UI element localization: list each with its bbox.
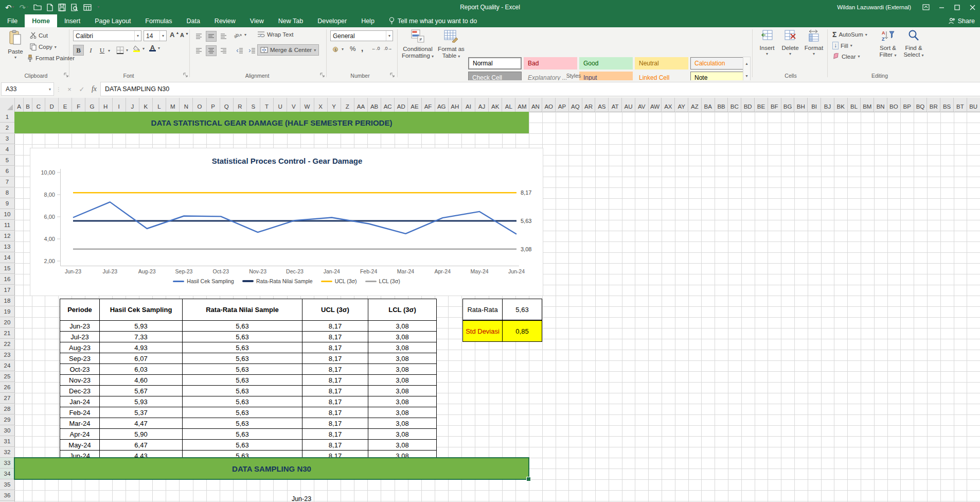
font-dialog-launcher[interactable] <box>183 73 188 78</box>
row-header-21[interactable]: 21 <box>0 328 14 339</box>
column-header-AW[interactable]: AW <box>649 98 662 112</box>
fill-color-button[interactable]: ▾ <box>133 45 145 52</box>
spc-data-cell[interactable]: 8,17 <box>302 407 368 418</box>
spc-data-cell[interactable]: Mar-24 <box>60 418 100 429</box>
spc-data-cell[interactable]: 6,07 <box>100 353 183 364</box>
spc-data-cell[interactable]: 3,08 <box>368 440 437 451</box>
spc-data-cell[interactable]: 8,17 <box>302 342 368 353</box>
spc-data-cell[interactable]: 8,17 <box>302 364 368 375</box>
table-row[interactable]: Jul-237,335,638,173,08 <box>60 332 437 342</box>
column-header-AX[interactable]: AX <box>662 98 675 112</box>
spc-data-cell[interactable]: 5,63 <box>183 396 302 407</box>
table-row[interactable]: Jun-235,935,638,173,08 <box>60 321 437 332</box>
row-header-30[interactable]: 30 <box>0 425 14 436</box>
find-select-button[interactable]: Find & Select ▾ <box>901 29 926 59</box>
column-header-BL[interactable]: BL <box>848 98 861 112</box>
table-row[interactable]: Aug-234,935,638,173,08 <box>60 342 437 353</box>
column-header-BI[interactable]: BI <box>808 98 821 112</box>
spc-data-cell[interactable]: 5,37 <box>100 407 183 418</box>
spc-data-cell[interactable]: 5,63 <box>183 407 302 418</box>
column-header-BB[interactable]: BB <box>715 98 728 112</box>
table-row[interactable]: Jan-245,935,638,173,08 <box>60 396 437 407</box>
row-header-13[interactable]: 13 <box>0 241 14 252</box>
row-header-16[interactable]: 16 <box>0 274 14 285</box>
column-header-BF[interactable]: BF <box>768 98 781 112</box>
qat-customize-button[interactable]: ▾ <box>97 5 99 9</box>
spc-data-cell[interactable]: 5,63 <box>183 332 302 342</box>
column-header-AQ[interactable]: AQ <box>569 98 582 112</box>
row-header-5[interactable]: 5 <box>0 155 14 166</box>
table-row[interactable]: Oct-236,035,638,173,08 <box>60 364 437 375</box>
percent-style-button[interactable]: % <box>350 45 356 53</box>
title-banner-cell[interactable]: DATA STATISTICAL GEAR DAMAGE (HALF SEMES… <box>14 112 529 133</box>
column-header-BK[interactable]: BK <box>834 98 848 112</box>
column-header-BJ[interactable]: BJ <box>821 98 834 112</box>
column-header-BR[interactable]: BR <box>927 98 940 112</box>
column-header-R[interactable]: R <box>234 98 247 112</box>
column-header-S[interactable]: S <box>247 98 260 112</box>
column-header-K[interactable]: K <box>139 98 153 112</box>
column-header-B[interactable]: B <box>24 98 32 112</box>
column-header-BT[interactable]: BT <box>954 98 967 112</box>
delete-cells-button[interactable]: Delete ▾ <box>779 29 801 57</box>
std-deviasi-value[interactable]: 0,85 <box>502 320 542 342</box>
row-header-23[interactable]: 23 <box>0 350 14 360</box>
column-header-O[interactable]: O <box>193 98 206 112</box>
italic-button[interactable]: I <box>85 45 96 56</box>
format-as-table-button[interactable]: Format as Table ▾ <box>436 29 466 60</box>
row-header-27[interactable]: 27 <box>0 393 14 404</box>
column-header-BO[interactable]: BO <box>887 98 901 112</box>
row-header-14[interactable]: 14 <box>0 252 14 263</box>
table-row[interactable]: Feb-245,375,638,173,08 <box>60 407 437 418</box>
redo-button[interactable]: ↷▾ <box>20 4 29 11</box>
spc-data-cell[interactable]: Jan-24 <box>60 396 100 407</box>
std-deviasi-box[interactable]: Std Deviasi 0,85 <box>462 320 542 342</box>
spc-data-cell[interactable]: 5,63 <box>183 429 302 440</box>
column-header-D[interactable]: D <box>45 98 59 112</box>
spc-data-cell[interactable]: Nov-23 <box>60 375 100 386</box>
column-header-AK[interactable]: AK <box>489 98 502 112</box>
tab-data[interactable]: Data <box>179 14 207 27</box>
grow-font-button[interactable]: A▲ <box>170 31 179 39</box>
rata-rata-box[interactable]: Rata-Rata 5,63 <box>462 299 542 320</box>
column-header-AY[interactable]: AY <box>675 98 688 112</box>
column-header-I[interactable]: I <box>113 98 126 112</box>
column-header-C[interactable]: C <box>32 98 45 112</box>
cancel-button[interactable]: × <box>63 85 76 93</box>
name-box[interactable]: A33 ▾ <box>1 82 54 96</box>
row-header-3[interactable]: 3 <box>0 133 14 144</box>
spc-chart[interactable]: Statistical Proces Control - Gear Damage… <box>30 148 543 296</box>
spc-data-cell[interactable]: 5,63 <box>183 364 302 375</box>
row-header-18[interactable]: 18 <box>0 296 14 306</box>
column-header-AJ[interactable]: AJ <box>475 98 489 112</box>
insert-function-button[interactable]: fx <box>88 85 100 93</box>
account-name[interactable]: Wildan Lazuwardi (External) <box>837 4 911 10</box>
clipboard-dialog-launcher[interactable] <box>64 73 68 78</box>
sampling-banner-cell[interactable]: DATA SAMPLING N30 <box>14 458 529 479</box>
tab-insert[interactable]: Insert <box>57 14 87 27</box>
table-row[interactable]: May-246,475,638,173,08 <box>60 440 437 451</box>
tab-developer[interactable]: Developer <box>310 14 354 27</box>
spc-data-cell[interactable]: 8,17 <box>302 429 368 440</box>
font-family-combo[interactable]: Calibri▾ <box>73 30 141 41</box>
rata-rata-value[interactable]: 5,63 <box>502 299 542 320</box>
tab-view[interactable]: View <box>243 14 271 27</box>
spc-data-cell[interactable]: 8,17 <box>302 353 368 364</box>
column-header-P[interactable]: P <box>207 98 220 112</box>
top-align-button[interactable] <box>193 31 204 42</box>
row-header-4[interactable]: 4 <box>0 144 14 155</box>
spc-data-cell[interactable]: 3,08 <box>368 332 437 342</box>
spc-data-cell[interactable]: 5,63 <box>183 375 302 386</box>
row-header-8[interactable]: 8 <box>0 187 14 198</box>
close-button[interactable] <box>965 0 980 14</box>
spc-data-cell[interactable]: Oct-23 <box>60 364 100 375</box>
column-header-AS[interactable]: AS <box>595 98 609 112</box>
column-header-H[interactable]: H <box>99 98 113 112</box>
merge-center-button[interactable]: Merge & Center ▾ <box>257 44 319 56</box>
column-header-F[interactable]: F <box>72 98 85 112</box>
borders-button[interactable]: ▾ <box>116 46 128 54</box>
column-header-BU[interactable]: BU <box>967 98 980 112</box>
spc-data-cell[interactable]: 3,08 <box>368 407 437 418</box>
row-header-29[interactable]: 29 <box>0 414 14 425</box>
table-tool-button[interactable] <box>83 4 92 11</box>
